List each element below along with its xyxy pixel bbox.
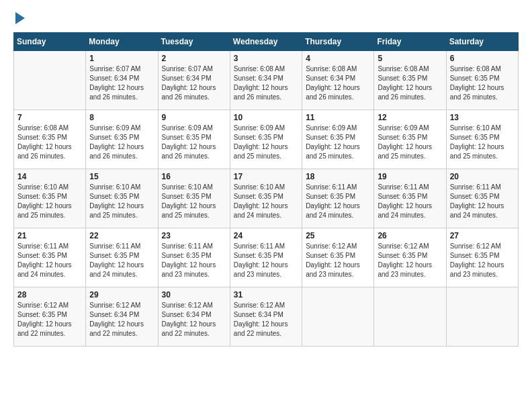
day-number: 11 bbox=[306, 113, 370, 122]
calendar-cell: 2Sunrise: 6:07 AMSunset: 6:34 PMDaylight… bbox=[158, 51, 230, 110]
column-header-sunday: Sunday bbox=[14, 33, 86, 51]
calendar-cell bbox=[302, 287, 374, 347]
day-number: 8 bbox=[89, 113, 154, 122]
day-info: Sunrise: 6:07 AMSunset: 6:34 PMDaylight:… bbox=[162, 64, 226, 102]
calendar-header-row: SundayMondayTuesdayWednesdayThursdayFrid… bbox=[14, 33, 519, 51]
calendar-cell: 9Sunrise: 6:09 AMSunset: 6:35 PMDaylight… bbox=[158, 110, 230, 169]
day-info: Sunrise: 6:11 AMSunset: 6:35 PMDaylight:… bbox=[450, 183, 515, 220]
day-number: 19 bbox=[378, 172, 442, 181]
day-number: 23 bbox=[162, 231, 226, 240]
calendar-table: SundayMondayTuesdayWednesdayThursdayFrid… bbox=[13, 32, 519, 347]
calendar-cell: 26Sunrise: 6:12 AMSunset: 6:35 PMDayligh… bbox=[374, 228, 446, 287]
day-info: Sunrise: 6:08 AMSunset: 6:35 PMDaylight:… bbox=[450, 64, 515, 102]
day-info: Sunrise: 6:12 AMSunset: 6:34 PMDaylight:… bbox=[162, 301, 226, 338]
calendar-week-row: 7Sunrise: 6:08 AMSunset: 6:35 PMDaylight… bbox=[14, 110, 519, 169]
day-info: Sunrise: 6:09 AMSunset: 6:35 PMDaylight:… bbox=[162, 124, 226, 161]
calendar-cell: 1Sunrise: 6:07 AMSunset: 6:34 PMDaylight… bbox=[86, 51, 158, 110]
day-number: 31 bbox=[234, 290, 298, 300]
column-header-thursday: Thursday bbox=[302, 33, 374, 51]
calendar-cell: 30Sunrise: 6:12 AMSunset: 6:34 PMDayligh… bbox=[158, 287, 230, 347]
day-info: Sunrise: 6:10 AMSunset: 6:35 PMDaylight:… bbox=[450, 124, 515, 161]
calendar-week-row: 21Sunrise: 6:11 AMSunset: 6:35 PMDayligh… bbox=[14, 228, 519, 287]
day-number: 27 bbox=[450, 231, 515, 240]
day-number: 4 bbox=[306, 54, 370, 63]
calendar-week-row: 14Sunrise: 6:10 AMSunset: 6:35 PMDayligh… bbox=[14, 169, 519, 228]
day-info: Sunrise: 6:11 AMSunset: 6:35 PMDaylight:… bbox=[378, 183, 442, 220]
day-number: 26 bbox=[378, 231, 442, 240]
calendar-cell: 31Sunrise: 6:12 AMSunset: 6:34 PMDayligh… bbox=[230, 287, 302, 347]
day-info: Sunrise: 6:09 AMSunset: 6:35 PMDaylight:… bbox=[89, 124, 154, 161]
day-info: Sunrise: 6:07 AMSunset: 6:34 PMDaylight:… bbox=[89, 64, 154, 102]
day-info: Sunrise: 6:12 AMSunset: 6:34 PMDaylight:… bbox=[89, 301, 154, 338]
calendar-cell: 28Sunrise: 6:12 AMSunset: 6:35 PMDayligh… bbox=[14, 287, 86, 347]
calendar-cell: 3Sunrise: 6:08 AMSunset: 6:34 PMDaylight… bbox=[230, 51, 302, 110]
calendar-cell: 27Sunrise: 6:12 AMSunset: 6:35 PMDayligh… bbox=[446, 228, 518, 287]
day-info: Sunrise: 6:08 AMSunset: 6:34 PMDaylight:… bbox=[234, 64, 298, 102]
calendar-cell bbox=[446, 287, 518, 347]
day-info: Sunrise: 6:08 AMSunset: 6:35 PMDaylight:… bbox=[378, 64, 442, 102]
logo-arrow-icon bbox=[15, 12, 25, 24]
day-info: Sunrise: 6:08 AMSunset: 6:34 PMDaylight:… bbox=[306, 64, 370, 102]
calendar-cell: 18Sunrise: 6:11 AMSunset: 6:35 PMDayligh… bbox=[302, 169, 374, 228]
day-number: 22 bbox=[89, 231, 154, 240]
calendar-cell bbox=[14, 51, 86, 110]
day-info: Sunrise: 6:10 AMSunset: 6:35 PMDaylight:… bbox=[234, 183, 298, 220]
calendar-cell: 16Sunrise: 6:10 AMSunset: 6:35 PMDayligh… bbox=[158, 169, 230, 228]
column-header-tuesday: Tuesday bbox=[158, 33, 230, 51]
day-number: 30 bbox=[162, 290, 226, 300]
calendar-cell: 23Sunrise: 6:11 AMSunset: 6:35 PMDayligh… bbox=[158, 228, 230, 287]
calendar-cell: 19Sunrise: 6:11 AMSunset: 6:35 PMDayligh… bbox=[374, 169, 446, 228]
calendar-cell: 7Sunrise: 6:08 AMSunset: 6:35 PMDaylight… bbox=[14, 110, 86, 169]
day-number: 2 bbox=[162, 54, 226, 63]
day-number: 3 bbox=[234, 54, 298, 63]
calendar-cell: 24Sunrise: 6:11 AMSunset: 6:35 PMDayligh… bbox=[230, 228, 302, 287]
page-header bbox=[13, 13, 519, 24]
day-number: 15 bbox=[89, 172, 154, 181]
day-number: 20 bbox=[450, 172, 515, 181]
day-number: 9 bbox=[162, 113, 226, 122]
calendar-cell: 4Sunrise: 6:08 AMSunset: 6:34 PMDaylight… bbox=[302, 51, 374, 110]
calendar-week-row: 28Sunrise: 6:12 AMSunset: 6:35 PMDayligh… bbox=[14, 287, 519, 347]
column-header-monday: Monday bbox=[86, 33, 158, 51]
day-number: 7 bbox=[17, 113, 82, 122]
calendar-cell: 15Sunrise: 6:10 AMSunset: 6:35 PMDayligh… bbox=[86, 169, 158, 228]
day-info: Sunrise: 6:12 AMSunset: 6:35 PMDaylight:… bbox=[378, 242, 442, 279]
day-number: 13 bbox=[450, 113, 515, 122]
day-info: Sunrise: 6:11 AMSunset: 6:35 PMDaylight:… bbox=[89, 242, 154, 279]
calendar-cell: 21Sunrise: 6:11 AMSunset: 6:35 PMDayligh… bbox=[14, 228, 86, 287]
calendar-cell: 22Sunrise: 6:11 AMSunset: 6:35 PMDayligh… bbox=[86, 228, 158, 287]
day-info: Sunrise: 6:10 AMSunset: 6:35 PMDaylight:… bbox=[162, 183, 226, 220]
day-number: 10 bbox=[234, 113, 298, 122]
day-info: Sunrise: 6:08 AMSunset: 6:35 PMDaylight:… bbox=[17, 124, 82, 161]
day-info: Sunrise: 6:11 AMSunset: 6:35 PMDaylight:… bbox=[234, 242, 298, 279]
day-number: 12 bbox=[378, 113, 442, 122]
day-info: Sunrise: 6:09 AMSunset: 6:35 PMDaylight:… bbox=[234, 124, 298, 161]
day-info: Sunrise: 6:12 AMSunset: 6:35 PMDaylight:… bbox=[450, 242, 515, 279]
day-number: 24 bbox=[234, 231, 298, 240]
day-number: 17 bbox=[234, 172, 298, 181]
calendar-cell: 29Sunrise: 6:12 AMSunset: 6:34 PMDayligh… bbox=[86, 287, 158, 347]
day-info: Sunrise: 6:11 AMSunset: 6:35 PMDaylight:… bbox=[306, 183, 370, 220]
day-info: Sunrise: 6:11 AMSunset: 6:35 PMDaylight:… bbox=[17, 242, 82, 279]
calendar-cell bbox=[374, 287, 446, 347]
calendar-cell: 12Sunrise: 6:09 AMSunset: 6:35 PMDayligh… bbox=[374, 110, 446, 169]
column-header-friday: Friday bbox=[374, 33, 446, 51]
day-info: Sunrise: 6:09 AMSunset: 6:35 PMDaylight:… bbox=[306, 124, 370, 161]
day-info: Sunrise: 6:12 AMSunset: 6:34 PMDaylight:… bbox=[234, 301, 298, 338]
day-number: 21 bbox=[17, 231, 82, 240]
day-info: Sunrise: 6:12 AMSunset: 6:35 PMDaylight:… bbox=[306, 242, 370, 279]
day-info: Sunrise: 6:10 AMSunset: 6:35 PMDaylight:… bbox=[17, 183, 82, 220]
calendar-cell: 20Sunrise: 6:11 AMSunset: 6:35 PMDayligh… bbox=[446, 169, 518, 228]
day-number: 29 bbox=[89, 290, 154, 300]
calendar-cell: 6Sunrise: 6:08 AMSunset: 6:35 PMDaylight… bbox=[446, 51, 518, 110]
day-number: 6 bbox=[450, 54, 515, 63]
calendar-cell: 11Sunrise: 6:09 AMSunset: 6:35 PMDayligh… bbox=[302, 110, 374, 169]
calendar-cell: 5Sunrise: 6:08 AMSunset: 6:35 PMDaylight… bbox=[374, 51, 446, 110]
column-header-wednesday: Wednesday bbox=[230, 33, 302, 51]
day-number: 18 bbox=[306, 172, 370, 181]
calendar-cell: 17Sunrise: 6:10 AMSunset: 6:35 PMDayligh… bbox=[230, 169, 302, 228]
day-info: Sunrise: 6:12 AMSunset: 6:35 PMDaylight:… bbox=[17, 301, 82, 338]
day-info: Sunrise: 6:11 AMSunset: 6:35 PMDaylight:… bbox=[162, 242, 226, 279]
logo bbox=[13, 13, 25, 24]
day-info: Sunrise: 6:10 AMSunset: 6:35 PMDaylight:… bbox=[89, 183, 154, 220]
